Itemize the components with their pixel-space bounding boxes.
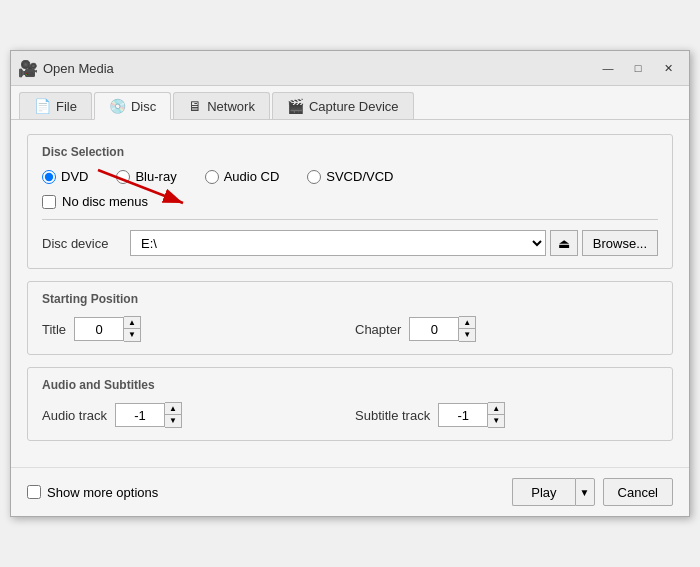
- title-spinner: ▲ ▼: [74, 316, 141, 342]
- app-icon: 🎥: [19, 59, 37, 77]
- chapter-label: Chapter: [355, 322, 401, 337]
- play-dropdown-icon: ▼: [580, 487, 590, 498]
- subtitle-track-spin-row: Subtitle track ▲ ▼: [355, 402, 658, 428]
- dvd-radio[interactable]: [42, 170, 56, 184]
- file-tab-icon: 📄: [34, 98, 51, 114]
- title-input[interactable]: [74, 317, 124, 341]
- window-controls: — □ ✕: [595, 57, 681, 79]
- window-title: Open Media: [43, 61, 595, 76]
- chapter-spin-up[interactable]: ▲: [459, 317, 475, 329]
- bluray-radio-label[interactable]: Blu-ray: [116, 169, 176, 184]
- chapter-spinner-btns: ▲ ▼: [459, 316, 476, 342]
- audiocd-radio-label[interactable]: Audio CD: [205, 169, 280, 184]
- show-more-options-checkbox[interactable]: [27, 485, 41, 499]
- title-label: Title: [42, 322, 66, 337]
- network-tab-icon: 🖥: [188, 98, 202, 114]
- minimize-button[interactable]: —: [595, 57, 621, 79]
- subtitle-track-spinner-btns: ▲ ▼: [488, 402, 505, 428]
- audio-track-label: Audio track: [42, 408, 107, 423]
- eject-button[interactable]: ⏏: [550, 230, 578, 256]
- bluray-radio[interactable]: [116, 170, 130, 184]
- subtitle-track-spinner: ▲ ▼: [438, 402, 505, 428]
- maximize-button[interactable]: □: [625, 57, 651, 79]
- play-button-group: Play ▼: [512, 478, 594, 506]
- title-spinner-btns: ▲ ▼: [124, 316, 141, 342]
- starting-position-section: Starting Position Title ▲ ▼ Chapter: [27, 281, 673, 355]
- section-divider: [42, 219, 658, 220]
- subtitle-track-spin-up[interactable]: ▲: [488, 403, 504, 415]
- show-more-options-label[interactable]: Show more options: [27, 485, 158, 500]
- no-disc-menus-label: No disc menus: [62, 194, 148, 209]
- disc-tab-icon: 💿: [109, 98, 126, 114]
- disc-device-row: Disc device E:\ ⏏ Browse...: [42, 230, 658, 256]
- main-content: Disc Selection DVD Blu-ray: [11, 120, 689, 467]
- tab-network[interactable]: 🖥 Network: [173, 92, 270, 119]
- tab-file-label: File: [56, 99, 77, 114]
- audio-track-input[interactable]: [115, 403, 165, 427]
- audiocd-radio[interactable]: [205, 170, 219, 184]
- bluray-label: Blu-ray: [135, 169, 176, 184]
- disc-type-radio-group: DVD Blu-ray Audio CD SVCD/VCD: [42, 169, 658, 184]
- tab-file[interactable]: 📄 File: [19, 92, 92, 119]
- disc-device-combo: E:\ ⏏ Browse...: [130, 230, 658, 256]
- audio-subtitles-fields: Audio track ▲ ▼ Subtitle track ▲: [42, 402, 658, 428]
- disc-selection-section: Disc Selection DVD Blu-ray: [27, 134, 673, 269]
- title-spin-down[interactable]: ▼: [124, 329, 140, 341]
- audio-subtitles-section: Audio and Subtitles Audio track ▲ ▼ Subt…: [27, 367, 673, 441]
- footer: Show more options Play ▼ Cancel: [11, 467, 689, 516]
- no-disc-menus-row: No disc menus: [42, 194, 658, 209]
- tab-disc-label: Disc: [131, 99, 156, 114]
- audiocd-label: Audio CD: [224, 169, 280, 184]
- play-button[interactable]: Play: [512, 478, 574, 506]
- subtitle-track-label: Subtitle track: [355, 408, 430, 423]
- close-button[interactable]: ✕: [655, 57, 681, 79]
- capture-tab-icon: 🎬: [287, 98, 304, 114]
- chapter-spin-row: Chapter ▲ ▼: [355, 316, 658, 342]
- tab-capture[interactable]: 🎬 Capture Device: [272, 92, 414, 119]
- cancel-button[interactable]: Cancel: [603, 478, 673, 506]
- audio-track-spin-down[interactable]: ▼: [165, 415, 181, 427]
- title-spin-row: Title ▲ ▼: [42, 316, 345, 342]
- starting-position-fields: Title ▲ ▼ Chapter ▲: [42, 316, 658, 342]
- audio-track-spin-row: Audio track ▲ ▼: [42, 402, 345, 428]
- dvd-label: DVD: [61, 169, 88, 184]
- dvd-radio-label[interactable]: DVD: [42, 169, 88, 184]
- no-disc-menus-checkbox[interactable]: [42, 195, 56, 209]
- audio-track-spinner: ▲ ▼: [115, 402, 182, 428]
- title-spin-up[interactable]: ▲: [124, 317, 140, 329]
- title-bar: 🎥 Open Media — □ ✕: [11, 51, 689, 86]
- audio-subtitles-label: Audio and Subtitles: [42, 378, 658, 392]
- chapter-spinner: ▲ ▼: [409, 316, 476, 342]
- chapter-input[interactable]: [409, 317, 459, 341]
- browse-button[interactable]: Browse...: [582, 230, 658, 256]
- tab-disc[interactable]: 💿 Disc: [94, 92, 171, 120]
- play-dropdown-button[interactable]: ▼: [575, 478, 595, 506]
- show-more-options-text: Show more options: [47, 485, 158, 500]
- audio-track-spinner-btns: ▲ ▼: [165, 402, 182, 428]
- disc-device-select[interactable]: E:\: [130, 230, 546, 256]
- svcdvcd-radio-label[interactable]: SVCD/VCD: [307, 169, 393, 184]
- svcdvcd-radio[interactable]: [307, 170, 321, 184]
- open-media-window: 🎥 Open Media — □ ✕ 📄 File 💿 Disc 🖥 Netwo…: [10, 50, 690, 517]
- subtitle-track-spin-down[interactable]: ▼: [488, 415, 504, 427]
- tab-capture-label: Capture Device: [309, 99, 399, 114]
- svcdvcd-label: SVCD/VCD: [326, 169, 393, 184]
- disc-selection-label: Disc Selection: [42, 145, 658, 159]
- chapter-spin-down[interactable]: ▼: [459, 329, 475, 341]
- tab-network-label: Network: [207, 99, 255, 114]
- audio-track-spin-up[interactable]: ▲: [165, 403, 181, 415]
- starting-position-label: Starting Position: [42, 292, 658, 306]
- subtitle-track-input[interactable]: [438, 403, 488, 427]
- tab-bar: 📄 File 💿 Disc 🖥 Network 🎬 Capture Device: [11, 86, 689, 120]
- disc-device-label: Disc device: [42, 236, 122, 251]
